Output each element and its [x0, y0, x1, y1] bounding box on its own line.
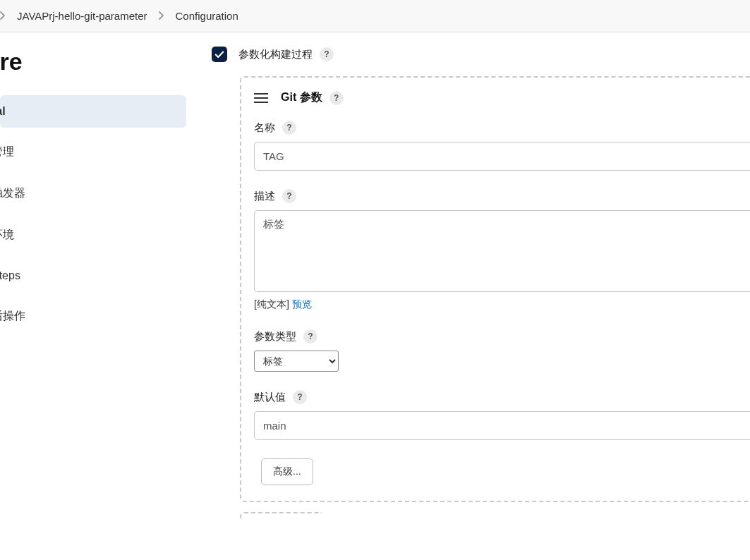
name-label: 名称 ? — [254, 121, 750, 135]
block-header: Git 参数 ? — [254, 90, 750, 105]
param-type-label-text: 参数类型 — [254, 330, 296, 343]
field-name: 名称 ? — [254, 121, 750, 171]
description-label-text: 描述 — [254, 190, 275, 203]
parametrized-checkbox[interactable] — [212, 47, 227, 62]
plain-text-label: [纯文本] — [254, 298, 289, 310]
name-label-text: 名称 — [254, 121, 275, 135]
parametrized-row: 参数化构建过程 ? — [212, 47, 750, 62]
help-icon[interactable]: ? — [282, 189, 296, 203]
param-type-label: 参数类型 ? — [254, 329, 750, 343]
field-default-value: 默认值 ? — [254, 390, 750, 440]
nav-item-steps[interactable]: Steps — [0, 260, 186, 292]
default-value-input[interactable] — [254, 411, 750, 440]
help-icon[interactable]: ? — [320, 47, 334, 61]
description-label: 描述 ? — [254, 189, 750, 203]
help-icon[interactable]: ? — [303, 329, 317, 343]
help-icon[interactable]: ? — [282, 121, 296, 135]
default-value-label: 默认值 ? — [254, 390, 750, 404]
block-title: Git 参数 — [281, 90, 322, 105]
field-description: 描述 ? 标签 [纯文本] 预览 — [254, 189, 750, 311]
chevron-right-icon — [0, 10, 6, 22]
next-block-partial — [240, 512, 322, 521]
description-hint: [纯文本] 预览 — [254, 298, 750, 311]
param-type-select[interactable]: 标签 — [254, 351, 339, 372]
name-input[interactable] — [254, 142, 750, 171]
content: 参数化构建过程 ? Git 参数 ? 名称 ? — [189, 32, 750, 555]
parametrized-label: 参数化构建过程 — [238, 48, 313, 61]
help-icon[interactable]: ? — [329, 91, 344, 105]
breadcrumb: JAVAPrj-hello-git-parameter Configuratio… — [0, 0, 750, 32]
description-textarea[interactable]: 标签 — [254, 210, 750, 292]
nav-item-post-actions[interactable]: 后操作 — [0, 299, 186, 334]
sidebar: gure ral 管理 触发器 环境 Steps 后操作 — [0, 32, 189, 555]
preview-link[interactable]: 预览 — [292, 298, 312, 310]
nav-item-general[interactable]: ral — [0, 95, 186, 128]
breadcrumb-project[interactable]: JAVAPrj-hello-git-parameter — [17, 10, 147, 22]
nav-item-manage[interactable]: 管理 — [0, 135, 186, 169]
page-title: gure — [0, 48, 189, 75]
breadcrumb-configuration[interactable]: Configuration — [176, 10, 238, 22]
chevron-right-icon — [159, 10, 164, 22]
advanced-button[interactable]: 高级... — [261, 458, 313, 485]
git-parameter-block: Git 参数 ? 名称 ? 描述 ? 标签 [纯文本] — [240, 76, 750, 502]
drag-handle-icon[interactable] — [254, 93, 268, 103]
field-param-type: 参数类型 ? 标签 — [254, 329, 750, 372]
help-icon[interactable]: ? — [293, 390, 307, 404]
default-value-label-text: 默认值 — [254, 391, 286, 404]
nav-item-triggers[interactable]: 触发器 — [0, 176, 186, 211]
nav-item-environment[interactable]: 环境 — [0, 218, 186, 252]
